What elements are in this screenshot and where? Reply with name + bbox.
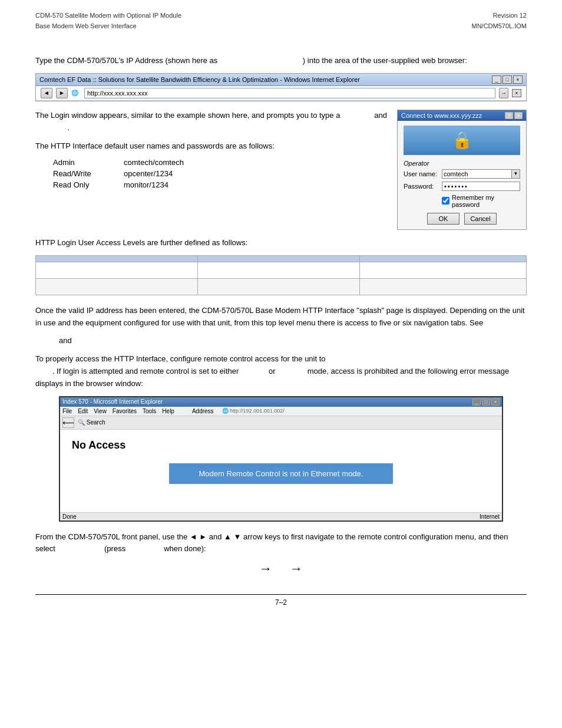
browser2-min-btn[interactable]: _ [472,398,481,406]
browser2-title: Index 570 - Microsoft Internet Explorer [62,398,163,405]
table-header-row [36,255,527,262]
dialog-content: 🔒 Operator User name: comtech ▼ Password… [398,121,526,229]
arrow-section: → → [35,561,527,577]
menu-file[interactable]: File [62,408,72,414]
ok-button[interactable]: OK [427,213,459,225]
menu-view[interactable]: View [94,408,107,414]
menu-help[interactable]: Help [162,408,174,414]
browser2-title-buttons: _ □ × [472,398,500,406]
address-label: Address [192,408,214,414]
address-input[interactable] [84,88,495,98]
header-right-line1: Revision 12 [471,11,527,21]
content-with-dialog: The Login window appears, similar to the… [35,110,527,230]
remote-control-text: To properly access the HTTP Interface, c… [35,353,527,390]
table-cell [197,262,359,278]
browser-mockup-2: Index 570 - Microsoft Internet Explorer … [59,396,503,522]
browser-title-bar: Comtech EF Data :: Solutions for Satelli… [36,74,526,86]
browser2-content: No Access Modem Remote Control is not in… [60,430,502,500]
arrow-2: → [290,561,303,577]
browser2-titlebar: Index 570 - Microsoft Internet Explorer … [60,397,502,407]
dialog-title-buttons: ? × [505,112,523,119]
dialog-title-bar: Connect to www.xxx.yyy.zzz ? × [398,110,526,121]
remember-checkbox[interactable] [442,197,449,205]
http-defaults-text: The HTTP Interface default user names an… [35,140,389,153]
content-left: The Login window appears, similar to the… [35,110,389,230]
browser-close-btn[interactable]: × [513,75,523,84]
no-access-heading: No Access [72,439,490,452]
access-table [35,255,527,295]
col-header-3 [359,255,526,262]
address-value: 🌐 http://192.001.001.002/ [222,408,285,414]
browser-address-bar: ◄ ► 🌐 → × [36,86,526,101]
dialog-close-icon[interactable]: × [514,112,523,119]
readonly-label: Read Only [53,180,124,189]
browser-title-text: Comtech EF Data :: Solutions for Satelli… [39,76,360,83]
dialog-help-btn[interactable]: ? [505,112,513,119]
col-header-1 [36,255,198,262]
browser2-statusbar: Done Internet [60,512,502,521]
browser-controls: _ □ × [492,75,523,84]
arrow-1: → [259,561,272,577]
ie-logo: 🌐 [71,90,78,96]
header-right-line2: MN/CDM570L.IOM [471,21,527,32]
admin-value: comtech/comtech [124,158,389,167]
credential-readonly: Read Only monitor/1234 [53,180,389,189]
page-header: CDM-570 Satellite Modem with Optional IP… [35,11,527,31]
table-cell [359,278,526,295]
browser-minimize-btn[interactable]: _ [492,75,501,84]
forward-button[interactable]: ► [56,88,68,98]
header-left-line1: CDM-570 Satellite Modem with Optional IP… [35,11,181,21]
password-input[interactable]: ••••••• [442,182,520,191]
password-dots: ••••••• [444,183,468,190]
header-left: CDM-570 Satellite Modem with Optional IP… [35,11,181,31]
header-left-line2: Base Modem Web Server Interface [35,21,181,32]
browser-x-btn[interactable]: × [512,89,521,97]
dropdown-arrow-icon[interactable]: ▼ [511,170,520,178]
table-row [36,262,527,278]
readwrite-label: Read/Write [53,169,124,178]
status-internet: Internet [480,513,500,520]
page-number: 7–2 [275,598,287,607]
no-access-message: Modem Remote Control is not in Ethernet … [169,463,393,484]
table-cell [197,278,359,295]
dialog-icon-area: 🔒 [404,126,520,155]
splash-text: Once the valid IP address has been enter… [35,305,527,330]
status-done: Done [62,513,77,520]
and-label: and [59,336,72,345]
credentials-list: Admin comtech/comtech Read/Write opcente… [53,158,389,189]
menu-edit[interactable]: Edit [78,408,88,414]
intro-text: Type the CDM-570/570L's IP Address (show… [35,55,527,67]
front-panel-text: From the CDM-570/570L front panel, use t… [35,531,527,556]
go-button[interactable]: → [499,88,508,98]
lock-icon: 🔒 [404,126,520,155]
login-dialog: Connect to www.xxx.yyy.zzz ? × 🔒 Operato… [397,110,527,230]
browser-maximize-btn[interactable]: □ [503,75,512,84]
username-value: comtech [442,170,511,177]
footer: 7–2 [35,594,527,607]
readonly-value: monitor/1234 [124,180,389,189]
login-appear-text: The Login window appears, similar to the… [35,110,389,134]
browser2-max-btn[interactable]: □ [482,398,490,406]
browser2-close-icon[interactable]: × [491,398,500,406]
table-cell [36,262,198,278]
username-label: User name: [404,170,442,177]
browser2-toolbar: ⟵ 🔍 Search [60,416,502,430]
menu-favorites[interactable]: Favorites [113,408,137,414]
back-nav-btn[interactable]: ⟵ [62,417,74,428]
credential-admin: Admin comtech/comtech [53,158,389,167]
remember-row: Remember my password [442,194,520,208]
header-right: Revision 12 MN/CDM570L.IOM [471,11,527,31]
password-label: Password: [404,183,442,190]
menu-tools[interactable]: Tools [143,408,156,414]
readwrite-value: opcenter/1234 [124,169,389,178]
table-intro-text: HTTP Login User Access Levels are furthe… [35,237,527,249]
and-text: and [59,335,527,347]
credential-readwrite: Read/Write opcenter/1234 [53,169,389,178]
back-button[interactable]: ◄ [41,88,52,98]
col-header-2 [197,255,359,262]
table-row [36,278,527,295]
remember-label: Remember my password [452,194,520,208]
username-dropdown[interactable]: comtech ▼ [442,169,520,179]
dialog-title-text: Connect to www.xxx.yyy.zzz [401,112,482,119]
cancel-button[interactable]: Cancel [464,213,497,225]
